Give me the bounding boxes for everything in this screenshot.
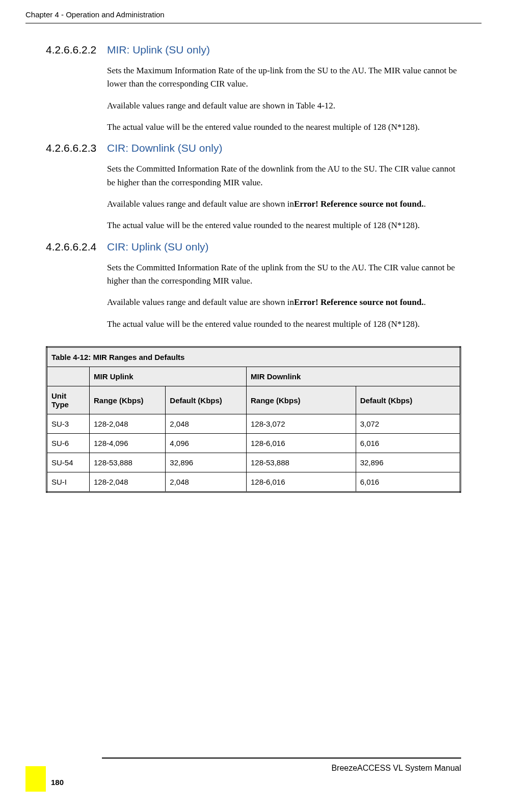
section-heading-3: 4.2.6.6.2.4 CIR: Uplink (SU only) bbox=[46, 241, 461, 253]
para-text-post: . bbox=[423, 297, 425, 307]
table-cell: 3,072 bbox=[356, 414, 460, 434]
table-cell: 128-6,016 bbox=[246, 434, 356, 453]
table-cell: 2,048 bbox=[166, 414, 247, 434]
chapter-title: Chapter 4 - Operation and Administration bbox=[25, 10, 165, 19]
section-number: 4.2.6.6.2.2 bbox=[46, 44, 107, 56]
para-text-post: . bbox=[423, 199, 425, 209]
paragraph: Sets the Maximum Information Rate of the… bbox=[107, 64, 461, 91]
error-ref: Error! Reference source not found. bbox=[294, 297, 423, 307]
table-cell: SU-I bbox=[47, 472, 90, 492]
section-number: 4.2.6.6.2.4 bbox=[46, 241, 107, 253]
section-heading-1: 4.2.6.6.2.2 MIR: Uplink (SU only) bbox=[46, 44, 461, 56]
paragraph: Available values range and default value… bbox=[107, 198, 461, 211]
table-cell: 128-2,048 bbox=[90, 472, 166, 492]
para-text: The actual value will be the entered val… bbox=[107, 220, 420, 230]
col-header: Default (Kbps) bbox=[356, 386, 460, 414]
page-number: 180 bbox=[51, 778, 64, 787]
table-cell: 2,048 bbox=[166, 472, 247, 492]
paragraph: Available values range and default value… bbox=[107, 99, 461, 113]
col-header: Default (Kbps) bbox=[166, 386, 247, 414]
page-footer: BreezeACCESS VL System Manual 180 bbox=[25, 758, 461, 787]
error-ref: Error! Reference source not found. bbox=[294, 199, 423, 209]
manual-name: BreezeACCESS VL System Manual bbox=[25, 764, 461, 773]
section-title: CIR: Downlink (SU only) bbox=[107, 142, 222, 154]
col-header: Range (Kbps) bbox=[90, 386, 166, 414]
table-group-header bbox=[47, 367, 90, 386]
table-cell: 128-53,888 bbox=[246, 453, 356, 472]
table-cell: 6,016 bbox=[356, 472, 460, 492]
paragraph: Sets the Committed Information Rate of t… bbox=[107, 261, 461, 288]
section-title: CIR: Uplink (SU only) bbox=[107, 241, 209, 253]
table-cell: 128-3,072 bbox=[246, 414, 356, 434]
mir-ranges-table: Table 4-12: MIR Ranges and Defaults MIR … bbox=[46, 346, 461, 493]
para-text: Sets the Maximum Information Rate of the… bbox=[107, 66, 457, 89]
paragraph: The actual value will be the entered val… bbox=[107, 121, 461, 134]
paragraph: Sets the Committed Information Rate of t… bbox=[107, 162, 461, 189]
table-row: SU-3 128-2,048 2,048 128-3,072 3,072 bbox=[47, 414, 461, 434]
table-caption: Table 4-12: MIR Ranges and Defaults bbox=[47, 347, 461, 367]
para-text: Sets the Committed Information Rate of t… bbox=[107, 263, 455, 286]
col-header: Unit Type bbox=[47, 386, 90, 414]
table-row: SU-54 128-53,888 32,896 128-53,888 32,89… bbox=[47, 453, 461, 472]
content-area: 4.2.6.6.2.2 MIR: Uplink (SU only) Sets t… bbox=[0, 23, 507, 493]
table-cell: 128-2,048 bbox=[90, 414, 166, 434]
yellow-marker bbox=[25, 766, 46, 792]
paragraph: The actual value will be the entered val… bbox=[107, 219, 461, 232]
table-cell: SU-6 bbox=[47, 434, 90, 453]
table-group-header: MIR Uplink bbox=[90, 367, 247, 386]
section-heading-2: 4.2.6.6.2.3 CIR: Downlink (SU only) bbox=[46, 142, 461, 154]
paragraph: Available values range and default value… bbox=[107, 296, 461, 309]
table-cell: 6,016 bbox=[356, 434, 460, 453]
table-cell: 128-6,016 bbox=[246, 472, 356, 492]
col-header: Range (Kbps) bbox=[246, 386, 356, 414]
para-text: The actual value will be the entered val… bbox=[107, 319, 420, 329]
para-text: Available values range and default value… bbox=[107, 101, 335, 110]
table-cell: SU-54 bbox=[47, 453, 90, 472]
table-cell: 128-4,096 bbox=[90, 434, 166, 453]
para-text-pre: Available values range and default value… bbox=[107, 199, 294, 209]
table-cell: 32,896 bbox=[166, 453, 247, 472]
table-cell: 4,096 bbox=[166, 434, 247, 453]
section-title: MIR: Uplink (SU only) bbox=[107, 44, 210, 56]
table-group-header: MIR Downlink bbox=[246, 367, 460, 386]
table-row: SU-6 128-4,096 4,096 128-6,016 6,016 bbox=[47, 434, 461, 453]
paragraph: The actual value will be the entered val… bbox=[107, 318, 461, 331]
page-header: Chapter 4 - Operation and Administration bbox=[25, 0, 482, 23]
para-text: The actual value will be the entered val… bbox=[107, 122, 420, 132]
para-text: Sets the Committed Information Rate of t… bbox=[107, 164, 455, 187]
section-number: 4.2.6.6.2.3 bbox=[46, 142, 107, 154]
para-text-pre: Available values range and default value… bbox=[107, 297, 294, 307]
table-cell: 32,896 bbox=[356, 453, 460, 472]
footer-divider bbox=[102, 758, 461, 759]
table-cell: SU-3 bbox=[47, 414, 90, 434]
table-cell: 128-53,888 bbox=[90, 453, 166, 472]
table-row: SU-I 128-2,048 2,048 128-6,016 6,016 bbox=[47, 472, 461, 492]
